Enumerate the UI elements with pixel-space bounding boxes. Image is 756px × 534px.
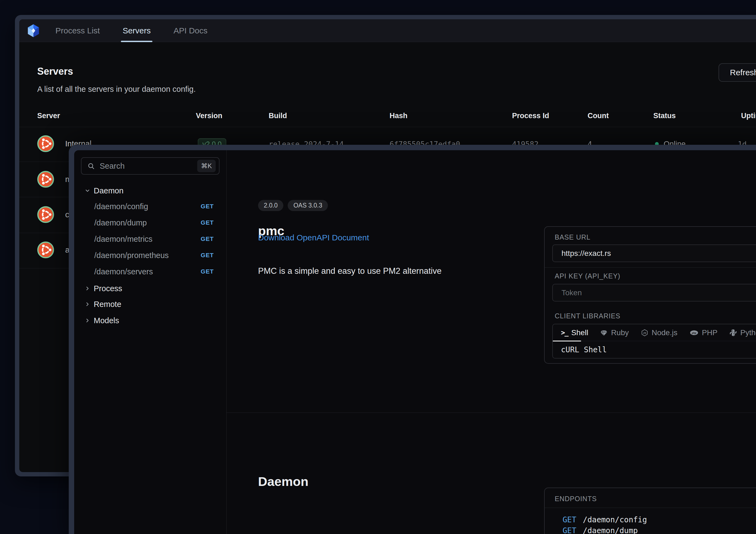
tab-api-docs[interactable]: API Docs (173, 19, 208, 42)
python-icon (729, 329, 737, 336)
chevron-right-icon (85, 301, 91, 307)
library-label: Node.js (652, 328, 678, 337)
sidebar-group-label: Daemon (94, 186, 123, 195)
card-divider (545, 267, 756, 268)
column-header-status: Status (653, 112, 676, 120)
tab-servers[interactable]: Servers (122, 19, 151, 42)
section-divider (227, 413, 756, 413)
ubuntu-logo-icon (37, 171, 54, 188)
sidebar-group-models[interactable]: Models (74, 313, 226, 328)
api-docs-content: ⌘K Daemon /daemon/config GET /daemon/dum… (74, 150, 756, 534)
get-method-badge: GET (563, 526, 577, 534)
endpoints-label: ENDPOINTS (555, 495, 597, 503)
sidebar-item-daemon-dump[interactable]: /daemon/dump GET (74, 215, 226, 230)
get-method-badge: GET (201, 268, 214, 275)
endpoint-path: /daemon/prometheus (94, 251, 169, 260)
sidebar-item-daemon-prometheus[interactable]: /daemon/prometheus GET (74, 248, 226, 263)
svg-text:JS: JS (643, 332, 646, 334)
svg-text:php: php (691, 332, 696, 334)
column-header-server: Server (37, 112, 60, 120)
column-header-version: Version (196, 112, 223, 120)
chevron-right-icon (85, 285, 91, 291)
get-method-badge: GET (201, 203, 214, 210)
base-url-input[interactable] (552, 245, 756, 262)
pm2-cube-logo-icon (27, 24, 40, 38)
endpoint-path: /daemon/dump (583, 526, 638, 534)
client-library-tabs: >_ Shell Ruby (553, 324, 756, 341)
sidebar-group-label: Remote (94, 300, 122, 309)
client-libraries-box: >_ Shell Ruby (552, 324, 756, 359)
search-icon (88, 162, 95, 170)
get-method-badge: GET (201, 219, 214, 226)
api-docs-sidebar: ⌘K Daemon /daemon/config GET /daemon/dum… (74, 150, 227, 534)
ubuntu-logo-icon (37, 206, 54, 223)
terminal-icon: >_ (561, 329, 568, 336)
search-box[interactable]: ⌘K (81, 157, 220, 174)
library-label: PHP (702, 328, 718, 337)
get-method-badge: GET (563, 515, 577, 524)
column-header-count: Count (587, 112, 609, 120)
endpoint-path: /daemon/servers (94, 267, 153, 276)
row-divider (19, 127, 756, 127)
sidebar-group-label: Models (94, 316, 119, 325)
refresh-button[interactable]: Refresh (718, 63, 756, 82)
tab-process-list[interactable]: Process List (55, 19, 100, 42)
endpoint-path: /daemon/config (583, 515, 647, 524)
daemon-section-heading: Daemon (258, 474, 308, 489)
oas-pill: OAS 3.0.3 (288, 200, 328, 211)
api-key-input[interactable] (552, 284, 756, 302)
app-tabbar: Process List Servers API Docs (19, 19, 756, 42)
api-key-label: API KEY (API_KEY) (555, 272, 620, 280)
snippet-label: cURL Shell (553, 341, 756, 358)
sidebar-group-process[interactable]: Process (74, 280, 226, 296)
ubuntu-logo-icon (37, 135, 54, 152)
search-input[interactable] (99, 161, 197, 171)
endpoints-card: ENDPOINTS GET /daemon/config GET /daemon… (544, 488, 756, 534)
column-header-build: Build (269, 112, 287, 120)
sidebar-item-daemon-metrics[interactable]: /daemon/metrics GET (74, 231, 226, 247)
get-method-badge: GET (201, 235, 214, 243)
ruby-gem-icon (600, 329, 608, 336)
sidebar-item-daemon-config[interactable]: /daemon/config GET (74, 199, 226, 214)
server-config-card: BASE URL API KEY (API_KEY) CLIENT LIBRAR… (544, 226, 756, 364)
api-docs-modal: ⌘K Daemon /daemon/config GET /daemon/dum… (69, 145, 756, 534)
version-pill: 2.0.0 (258, 200, 283, 211)
column-header-uptime: Uptime (741, 112, 756, 120)
sidebar-group-label: Process (94, 284, 122, 293)
search-shortcut-kbd: ⌘K (197, 160, 216, 172)
endpoint-link-daemon-dump[interactable]: GET /daemon/dump (563, 526, 638, 534)
chevron-down-icon (85, 188, 91, 194)
sidebar-item-daemon-servers[interactable]: /daemon/servers GET (74, 264, 226, 280)
desktop-background: Process List Servers API Docs Servers A … (0, 0, 756, 534)
sidebar-group-daemon[interactable]: Daemon (74, 183, 226, 199)
library-tab-ruby[interactable]: Ruby (600, 328, 629, 337)
endpoint-path: /daemon/dump (94, 218, 147, 227)
active-library-underline (553, 341, 581, 341)
endpoint-path: /daemon/metrics (94, 235, 152, 244)
library-tab-nodejs[interactable]: JS Node.js (641, 328, 678, 337)
sidebar-group-remote[interactable]: Remote (74, 296, 226, 312)
php-icon: php (689, 329, 699, 336)
chevron-right-icon (85, 317, 91, 324)
endpoint-link-daemon-config[interactable]: GET /daemon/config (563, 515, 647, 524)
column-header-process-id: Process Id (512, 112, 549, 120)
library-tab-shell[interactable]: >_ Shell (561, 328, 588, 337)
nodejs-hexagon-icon: JS (641, 329, 648, 336)
column-header-hash: Hash (390, 112, 408, 120)
ubuntu-logo-icon (37, 241, 54, 258)
card-divider (545, 508, 756, 508)
api-version-badges: 2.0.0 OAS 3.0.3 (258, 200, 328, 211)
page-title: Servers (37, 66, 73, 77)
library-label: Shell (571, 328, 588, 337)
page-subtitle: A list of all the servers in your daemon… (37, 85, 196, 94)
library-tab-php[interactable]: php PHP (689, 328, 718, 337)
base-url-label: BASE URL (555, 233, 591, 241)
library-label: Python (740, 328, 756, 337)
download-openapi-link[interactable]: Download OpenAPI Document (258, 233, 369, 242)
library-tab-python[interactable]: Python (729, 328, 756, 337)
client-libraries-label: CLIENT LIBRARIES (555, 312, 620, 320)
api-description: PMC is a simple and easy to use PM2 alte… (258, 266, 442, 276)
endpoint-path: /daemon/config (94, 202, 148, 211)
get-method-badge: GET (201, 252, 214, 259)
library-label: Ruby (611, 328, 629, 337)
